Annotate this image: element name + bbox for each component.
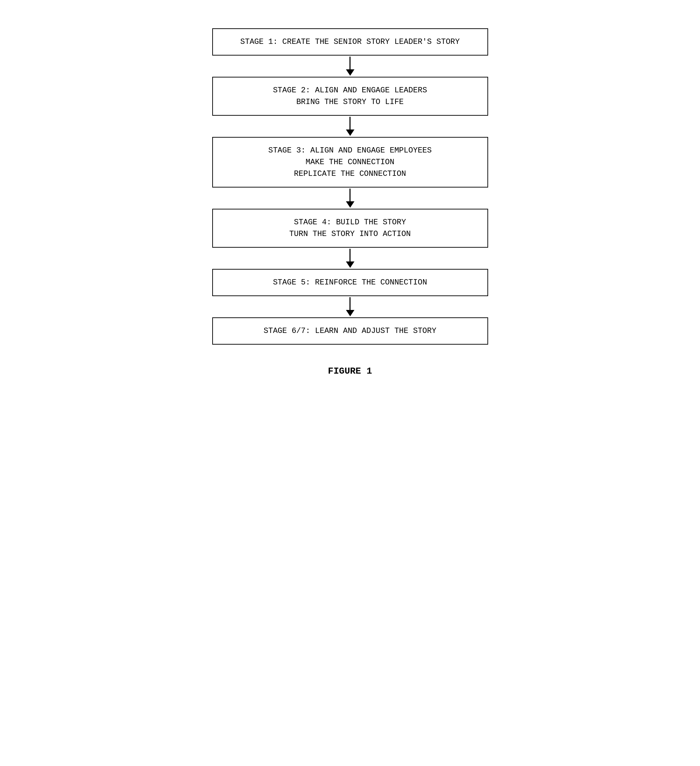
figure-label: FIGURE 1: [328, 366, 372, 377]
stage-3-box: STAGE 3: ALIGN AND ENGAGE EMPLOYEES MAKE…: [212, 137, 488, 188]
stage-1-text: STAGE 1: CREATE THE SENIOR STORY LEADER'…: [240, 38, 460, 46]
arrow-head-5: [346, 310, 354, 316]
stage-1-box: STAGE 1: CREATE THE SENIOR STORY LEADER'…: [212, 28, 488, 55]
stage-4-text: STAGE 4: BUILD THE STORY TURN THE STORY …: [289, 218, 411, 239]
stage-2-text: STAGE 2: ALIGN AND ENGAGE LEADERS BRING …: [273, 86, 427, 106]
arrow-4: [346, 248, 354, 269]
arrow-shaft-4: [349, 249, 351, 261]
arrow-5: [346, 296, 354, 317]
arrow-shaft-5: [349, 297, 351, 310]
arrow-shaft-3: [349, 188, 351, 201]
stage-5-box: STAGE 5: REINFORCE THE CONNECTION: [212, 269, 488, 296]
arrow-shaft-2: [349, 117, 351, 130]
arrow-3: [346, 188, 354, 209]
stage-2-box: STAGE 2: ALIGN AND ENGAGE LEADERS BRING …: [212, 77, 488, 116]
arrow-head-4: [346, 261, 354, 268]
arrow-head-1: [346, 70, 354, 76]
diagram-container: STAGE 1: CREATE THE SENIOR STORY LEADER'…: [191, 14, 509, 398]
stage-3-text: STAGE 3: ALIGN AND ENGAGE EMPLOYEES MAKE…: [268, 146, 431, 178]
stage-4-box: STAGE 4: BUILD THE STORY TURN THE STORY …: [212, 209, 488, 248]
stage-6-text: STAGE 6/7: LEARN AND ADJUST THE STORY: [264, 326, 436, 336]
stage-5-text: STAGE 5: REINFORCE THE CONNECTION: [273, 278, 427, 287]
arrow-shaft-1: [349, 57, 351, 70]
arrow-2: [346, 116, 354, 137]
stage-6-box: STAGE 6/7: LEARN AND ADJUST THE STORY: [212, 317, 488, 345]
arrow-1: [346, 55, 354, 77]
arrow-head-3: [346, 201, 354, 208]
arrow-head-2: [346, 130, 354, 136]
